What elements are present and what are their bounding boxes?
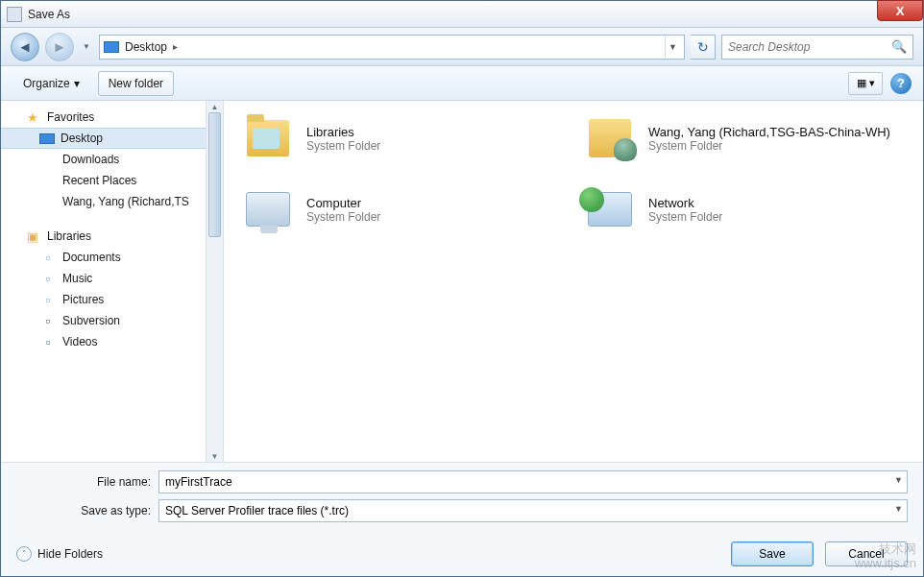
user-icon [583,114,637,162]
save-as-dialog: Save As X ◄ ► ▼ Desktop ▸ ▼ ↻ 🔍 Organize… [0,0,924,577]
search-icon: 🔍 [891,39,907,54]
breadcrumb[interactable]: Desktop [125,40,167,54]
recent-icon [39,173,57,188]
sidebar-item-downloads[interactable]: Downloads [1,149,206,170]
navigation-bar: ◄ ► ▼ Desktop ▸ ▼ ↻ 🔍 [1,28,923,66]
savetype-value: SQL Server Profiler trace files (*.trc) [165,504,349,517]
content-pane: LibrariesSystem FolderWang, Yang (Richar… [224,101,923,462]
desk-icon [39,133,55,144]
view-icon: ▦ [857,77,866,89]
sidebar-item-label: Desktop [61,132,103,145]
doc-icon: ▫ [39,250,57,265]
sidebar-item-pictures[interactable]: ▫Pictures [1,289,206,310]
navigation-pane: ★ Favorites DesktopDownloadsRecent Place… [1,101,206,462]
favorites-label: Favorites [47,110,94,124]
sidebar-item-videos[interactable]: ▫Videos [1,331,206,352]
filename-input[interactable] [165,475,901,489]
footer: ˄ Hide Folders Save Cancel [1,532,923,576]
item-type: System Folder [648,139,890,153]
new-folder-button[interactable]: New folder [98,71,174,96]
sidebar-item-label: Wang, Yang (Richard,TS [62,195,189,208]
filename-dropdown[interactable]: ▼ [894,475,903,485]
folder-item-computer[interactable]: ComputerSystem Folder [241,185,564,233]
comp-icon [241,185,295,233]
sidebar-item-label: Downloads [62,153,119,166]
new-folder-label: New folder [109,77,163,90]
organize-button[interactable]: Organize ▾ [12,71,90,96]
save-button[interactable]: Save [731,541,814,566]
vid-icon: ▫ [39,334,57,349]
titlebar: Save As X [1,1,923,28]
scroll-thumb[interactable] [208,112,221,237]
svn-icon: ▫ [39,313,57,328]
sidebar-item-recent-places[interactable]: Recent Places [1,170,206,191]
window-title: Save As [28,8,70,21]
filename-label: File name: [16,475,151,489]
search-box[interactable]: 🔍 [721,35,913,60]
favorites-group: ★ Favorites DesktopDownloadsRecent Place… [1,107,206,212]
savetype-dropdown[interactable]: ▼ [894,504,903,514]
savetype-label: Save as type: [16,504,151,517]
libraries-group: ▣ Libraries ▫Documents▫Music▫Pictures▫Su… [1,226,206,352]
sidebar-scrollbar[interactable]: ▲ ▼ [206,101,223,462]
filename-field[interactable]: ▼ [158,470,908,493]
folder-item-libraries[interactable]: LibrariesSystem Folder [241,114,564,162]
refresh-button[interactable]: ↻ [691,35,716,60]
sidebar-item-subversion[interactable]: ▫Subversion [1,310,206,331]
dialog-body: ★ Favorites DesktopDownloadsRecent Place… [1,101,923,462]
sidebar-item-label: Subversion [62,314,120,327]
hide-folders-label: Hide Folders [37,547,103,561]
chevron-up-icon: ˄ [16,546,32,562]
help-icon: ? [897,76,905,90]
lib-icon [241,114,295,162]
pic-icon: ▫ [39,292,57,307]
sidebar-container: ★ Favorites DesktopDownloadsRecent Place… [1,101,224,462]
item-name: Libraries [306,125,380,139]
savetype-field[interactable]: SQL Server Profiler trace files (*.trc) … [158,499,908,522]
folder-item-wang-yang-richard-tsg-bas-china-wh-[interactable]: Wang, Yang (Richard,TSG-BAS-China-WH)Sys… [583,114,906,162]
view-options-button[interactable]: ▦ ▾ [848,72,883,95]
libraries-icon: ▣ [24,228,41,244]
sidebar-item-documents[interactable]: ▫Documents [1,247,206,268]
cancel-button[interactable]: Cancel [825,541,908,566]
libraries-header[interactable]: ▣ Libraries [1,226,206,247]
app-icon [7,7,22,22]
chevron-down-icon: ▾ [869,77,875,89]
chevron-right-icon[interactable]: ▸ [173,41,178,52]
music-icon: ▫ [39,271,57,286]
desktop-icon [104,41,119,53]
scroll-up-icon[interactable]: ▲ [207,101,223,112]
libraries-label: Libraries [47,229,91,243]
sidebar-item-label: Documents [62,251,121,264]
sidebar-item-label: Music [62,272,92,285]
sidebar-item-label: Videos [62,335,97,349]
item-type: System Folder [306,139,380,153]
history-dropdown[interactable]: ▼ [80,33,93,61]
close-icon: X [896,4,905,18]
search-input[interactable] [728,40,886,54]
item-name: Wang, Yang (Richard,TSG-BAS-China-WH) [648,125,890,139]
item-type: System Folder [306,210,380,224]
sidebar-item-desktop[interactable]: Desktop [1,128,206,149]
dl-icon [39,152,57,167]
sidebar-item-music[interactable]: ▫Music [1,268,206,289]
organize-label: Organize [23,77,70,90]
back-button[interactable]: ◄ [11,33,39,61]
chevron-down-icon: ▾ [74,77,80,90]
item-name: Network [648,196,722,210]
hide-folders-toggle[interactable]: ˄ Hide Folders [16,546,103,562]
sidebar-item-label: Recent Places [62,174,136,187]
close-button[interactable]: X [877,0,923,21]
net-icon [583,185,637,233]
sidebar-item-wang-yang-richard-ts[interactable]: Wang, Yang (Richard,TS [1,191,206,212]
address-dropdown[interactable]: ▼ [665,36,680,58]
help-button[interactable]: ? [890,73,912,94]
forward-button[interactable]: ► [45,33,74,61]
address-bar[interactable]: Desktop ▸ ▼ [99,35,685,60]
favorites-header[interactable]: ★ Favorites [1,107,206,128]
form-area: File name: ▼ Save as type: SQL Server Pr… [1,462,923,532]
folder-item-network[interactable]: NetworkSystem Folder [583,185,906,233]
item-type: System Folder [648,210,722,224]
scroll-down-icon[interactable]: ▼ [207,450,223,462]
sidebar-item-label: Pictures [62,293,104,306]
